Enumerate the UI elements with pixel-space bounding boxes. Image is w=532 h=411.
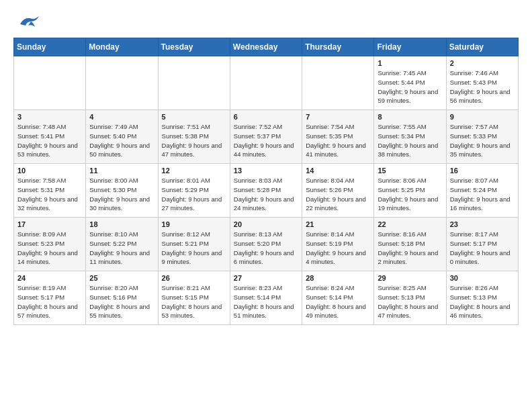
- day-info: Sunrise: 8:07 AM Sunset: 5:24 PM Dayligh…: [450, 176, 515, 213]
- day-number: 30: [450, 274, 515, 282]
- day-number: 26: [162, 274, 226, 282]
- table-row: 24Sunrise: 8:19 AM Sunset: 5:17 PM Dayli…: [14, 271, 86, 325]
- table-row: 18Sunrise: 8:10 AM Sunset: 5:22 PM Dayli…: [86, 218, 158, 271]
- day-info: Sunrise: 8:09 AM Sunset: 5:23 PM Dayligh…: [17, 230, 82, 267]
- day-number: 5: [162, 113, 226, 121]
- table-row: [230, 56, 302, 110]
- table-row: 3Sunrise: 7:48 AM Sunset: 5:41 PM Daylig…: [14, 110, 86, 164]
- table-row: 26Sunrise: 8:21 AM Sunset: 5:15 PM Dayli…: [158, 271, 230, 325]
- table-row: [302, 56, 374, 110]
- table-row: [14, 56, 86, 110]
- day-number: 23: [450, 220, 515, 228]
- calendar-week-3: 10Sunrise: 7:58 AM Sunset: 5:31 PM Dayli…: [14, 164, 519, 218]
- table-row: 17Sunrise: 8:09 AM Sunset: 5:23 PM Dayli…: [14, 218, 86, 271]
- day-number: 28: [306, 274, 370, 282]
- header: [13, 11, 519, 31]
- col-monday: Monday: [86, 38, 158, 56]
- table-row: 20Sunrise: 8:13 AM Sunset: 5:20 PM Dayli…: [230, 218, 302, 271]
- table-row: 2Sunrise: 7:46 AM Sunset: 5:43 PM Daylig…: [446, 56, 518, 110]
- table-row: 16Sunrise: 8:07 AM Sunset: 5:24 PM Dayli…: [446, 164, 518, 218]
- table-row: 25Sunrise: 8:20 AM Sunset: 5:16 PM Dayli…: [86, 271, 158, 325]
- day-number: 27: [234, 274, 298, 282]
- calendar-table: Sunday Monday Tuesday Wednesday Thursday…: [13, 38, 519, 325]
- day-number: 21: [306, 220, 370, 228]
- calendar-week-5: 24Sunrise: 8:19 AM Sunset: 5:17 PM Dayli…: [14, 271, 519, 325]
- day-info: Sunrise: 8:13 AM Sunset: 5:20 PM Dayligh…: [234, 230, 298, 267]
- day-number: 1: [378, 59, 442, 67]
- table-row: 6Sunrise: 7:52 AM Sunset: 5:37 PM Daylig…: [230, 110, 302, 164]
- day-number: 16: [450, 167, 515, 175]
- table-row: 15Sunrise: 8:06 AM Sunset: 5:25 PM Dayli…: [374, 164, 446, 218]
- table-row: 27Sunrise: 8:23 AM Sunset: 5:14 PM Dayli…: [230, 271, 302, 325]
- table-row: 7Sunrise: 7:54 AM Sunset: 5:35 PM Daylig…: [302, 110, 374, 164]
- day-number: 20: [234, 220, 298, 228]
- day-info: Sunrise: 8:06 AM Sunset: 5:25 PM Dayligh…: [378, 176, 442, 213]
- day-info: Sunrise: 7:54 AM Sunset: 5:35 PM Dayligh…: [306, 122, 370, 159]
- day-number: 6: [234, 113, 298, 121]
- col-thursday: Thursday: [302, 38, 374, 56]
- day-info: Sunrise: 7:52 AM Sunset: 5:37 PM Dayligh…: [234, 122, 298, 159]
- day-number: 17: [17, 220, 82, 228]
- day-info: Sunrise: 8:12 AM Sunset: 5:21 PM Dayligh…: [162, 230, 226, 267]
- table-row: 11Sunrise: 8:00 AM Sunset: 5:30 PM Dayli…: [86, 164, 158, 218]
- day-info: Sunrise: 8:20 AM Sunset: 5:16 PM Dayligh…: [89, 283, 154, 320]
- col-friday: Friday: [374, 38, 446, 56]
- logo-bird-icon: [15, 12, 40, 31]
- day-number: 24: [17, 274, 82, 282]
- day-info: Sunrise: 8:26 AM Sunset: 5:13 PM Dayligh…: [450, 283, 515, 320]
- day-info: Sunrise: 8:01 AM Sunset: 5:29 PM Dayligh…: [162, 176, 226, 213]
- day-number: 8: [378, 113, 442, 121]
- day-number: 12: [162, 167, 226, 175]
- day-info: Sunrise: 8:16 AM Sunset: 5:18 PM Dayligh…: [378, 230, 442, 267]
- day-info: Sunrise: 7:48 AM Sunset: 5:41 PM Dayligh…: [17, 122, 82, 159]
- table-row: 14Sunrise: 8:04 AM Sunset: 5:26 PM Dayli…: [302, 164, 374, 218]
- table-row: 30Sunrise: 8:26 AM Sunset: 5:13 PM Dayli…: [446, 271, 518, 325]
- col-saturday: Saturday: [446, 38, 518, 56]
- table-row: 9Sunrise: 7:57 AM Sunset: 5:33 PM Daylig…: [446, 110, 518, 164]
- table-row: 19Sunrise: 8:12 AM Sunset: 5:21 PM Dayli…: [158, 218, 230, 271]
- day-info: Sunrise: 7:57 AM Sunset: 5:33 PM Dayligh…: [450, 122, 515, 159]
- day-info: Sunrise: 8:03 AM Sunset: 5:28 PM Dayligh…: [234, 176, 298, 213]
- calendar-header-row: Sunday Monday Tuesday Wednesday Thursday…: [14, 38, 519, 56]
- logo: [13, 11, 40, 31]
- table-row: 10Sunrise: 7:58 AM Sunset: 5:31 PM Dayli…: [14, 164, 86, 218]
- table-row: 23Sunrise: 8:17 AM Sunset: 5:17 PM Dayli…: [446, 218, 518, 271]
- table-row: 28Sunrise: 8:24 AM Sunset: 5:14 PM Dayli…: [302, 271, 374, 325]
- col-sunday: Sunday: [14, 38, 86, 56]
- day-number: 18: [89, 220, 154, 228]
- day-number: 9: [450, 113, 515, 121]
- day-info: Sunrise: 7:45 AM Sunset: 5:44 PM Dayligh…: [378, 68, 442, 105]
- table-row: 13Sunrise: 8:03 AM Sunset: 5:28 PM Dayli…: [230, 164, 302, 218]
- day-info: Sunrise: 7:49 AM Sunset: 5:40 PM Dayligh…: [89, 122, 154, 159]
- day-info: Sunrise: 7:58 AM Sunset: 5:31 PM Dayligh…: [17, 176, 82, 213]
- table-row: 22Sunrise: 8:16 AM Sunset: 5:18 PM Dayli…: [374, 218, 446, 271]
- day-number: 4: [89, 113, 154, 121]
- col-wednesday: Wednesday: [230, 38, 302, 56]
- day-number: 10: [17, 167, 82, 175]
- day-number: 19: [162, 220, 226, 228]
- day-info: Sunrise: 8:04 AM Sunset: 5:26 PM Dayligh…: [306, 176, 370, 213]
- calendar-week-4: 17Sunrise: 8:09 AM Sunset: 5:23 PM Dayli…: [14, 218, 519, 271]
- day-info: Sunrise: 7:46 AM Sunset: 5:43 PM Dayligh…: [450, 68, 515, 105]
- day-info: Sunrise: 8:00 AM Sunset: 5:30 PM Dayligh…: [89, 176, 154, 213]
- day-number: 11: [89, 167, 154, 175]
- day-number: 3: [17, 113, 82, 121]
- day-number: 7: [306, 113, 370, 121]
- table-row: [158, 56, 230, 110]
- day-info: Sunrise: 8:10 AM Sunset: 5:22 PM Dayligh…: [89, 230, 154, 267]
- day-info: Sunrise: 8:14 AM Sunset: 5:19 PM Dayligh…: [306, 230, 370, 267]
- day-info: Sunrise: 8:21 AM Sunset: 5:15 PM Dayligh…: [162, 283, 226, 320]
- table-row: 29Sunrise: 8:25 AM Sunset: 5:13 PM Dayli…: [374, 271, 446, 325]
- table-row: 1Sunrise: 7:45 AM Sunset: 5:44 PM Daylig…: [374, 56, 446, 110]
- calendar-week-2: 3Sunrise: 7:48 AM Sunset: 5:41 PM Daylig…: [14, 110, 519, 164]
- day-number: 29: [378, 274, 442, 282]
- day-number: 22: [378, 220, 442, 228]
- day-info: Sunrise: 8:17 AM Sunset: 5:17 PM Dayligh…: [450, 230, 515, 267]
- page: Sunday Monday Tuesday Wednesday Thursday…: [0, 0, 532, 336]
- table-row: 5Sunrise: 7:51 AM Sunset: 5:38 PM Daylig…: [158, 110, 230, 164]
- table-row: 12Sunrise: 8:01 AM Sunset: 5:29 PM Dayli…: [158, 164, 230, 218]
- day-number: 15: [378, 167, 442, 175]
- table-row: 21Sunrise: 8:14 AM Sunset: 5:19 PM Dayli…: [302, 218, 374, 271]
- col-tuesday: Tuesday: [158, 38, 230, 56]
- day-info: Sunrise: 8:23 AM Sunset: 5:14 PM Dayligh…: [234, 283, 298, 320]
